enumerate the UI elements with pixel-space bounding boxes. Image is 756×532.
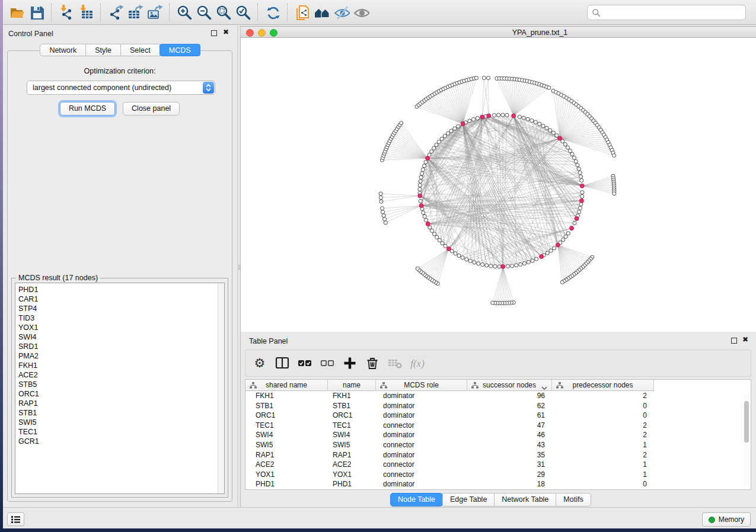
import-table-button[interactable] bbox=[76, 2, 95, 23]
table-row[interactable]: PHD1PHD1dominator180 bbox=[245, 479, 751, 489]
optimization-criterion-label: Optimization criterion: bbox=[8, 67, 232, 75]
tab-node-table[interactable]: Node Table bbox=[390, 493, 443, 507]
mcds-result-item[interactable]: CAR1 bbox=[15, 294, 224, 304]
cell-successor-nodes: 35 bbox=[467, 450, 552, 460]
mcds-result-item[interactable]: TID3 bbox=[15, 313, 224, 323]
mcds-result-item[interactable]: SWI4 bbox=[15, 332, 224, 342]
table-row[interactable]: RAP1RAP1dominator352 bbox=[245, 450, 751, 460]
import-network-icon bbox=[58, 4, 75, 21]
mcds-result-item[interactable]: ORC1 bbox=[15, 389, 224, 399]
divider-grip[interactable] bbox=[238, 265, 240, 270]
node-table[interactable]: shared namenameMCDS rolesuccessor nodesp… bbox=[245, 379, 751, 490]
show-panel-eye-button[interactable] bbox=[351, 2, 371, 23]
mcds-result-item[interactable]: SRD1 bbox=[15, 342, 224, 351]
mcds-result-item[interactable]: STP4 bbox=[15, 304, 224, 313]
table-scrollbar[interactable] bbox=[744, 393, 749, 488]
export-image-button[interactable] bbox=[145, 2, 164, 23]
search-input[interactable] bbox=[604, 7, 745, 18]
tab-network-table[interactable]: Network Table bbox=[494, 493, 556, 507]
select-all-button[interactable] bbox=[295, 354, 314, 373]
save-session-button[interactable] bbox=[27, 2, 46, 23]
table-settings-button[interactable]: ⚙ bbox=[250, 354, 269, 373]
table-scrollbar-thumb[interactable] bbox=[744, 401, 749, 443]
task-history-button[interactable] bbox=[7, 512, 24, 526]
function-builder-button[interactable]: f(x) bbox=[408, 354, 426, 373]
zoom-in-button[interactable] bbox=[174, 2, 194, 23]
open-file-button[interactable] bbox=[7, 2, 27, 23]
mcds-result-item[interactable]: YOX1 bbox=[15, 323, 224, 332]
control-panel-tabs: NetworkStyleSelectMCDS bbox=[3, 44, 237, 56]
export-table-button[interactable] bbox=[125, 2, 145, 23]
network-view-canvas[interactable] bbox=[241, 38, 756, 332]
mcds-result-item[interactable]: PHD1 bbox=[15, 285, 224, 294]
column-header-predecessor-nodes[interactable]: predecessor nodes bbox=[552, 380, 654, 390]
mcds-result-item[interactable]: ACE2 bbox=[15, 370, 224, 380]
share-document-button[interactable] bbox=[292, 2, 312, 23]
tab-edge-table[interactable]: Edge Table bbox=[442, 493, 495, 507]
run-mcds-button[interactable]: Run MCDS bbox=[60, 102, 115, 116]
cell-name: STB1 bbox=[328, 401, 376, 411]
network-window-titlebar[interactable]: YPA_prune.txt_1 bbox=[241, 26, 756, 38]
search-box[interactable] bbox=[587, 5, 746, 20]
cell-successor-nodes: 18 bbox=[467, 479, 552, 489]
column-header-MCDS-role[interactable]: MCDS role bbox=[376, 380, 467, 390]
table-row[interactable]: STB1STB1dominator620 bbox=[245, 401, 751, 411]
close-window-icon[interactable] bbox=[246, 29, 254, 37]
add-column-button[interactable] bbox=[340, 354, 359, 373]
mcds-list-scrollbar[interactable] bbox=[218, 283, 224, 493]
close-panel-button[interactable]: Close panel bbox=[123, 102, 180, 116]
hide-panel-eye-button[interactable] bbox=[331, 2, 351, 23]
zoom-selected-button[interactable] bbox=[233, 2, 253, 23]
mcds-result-item[interactable]: GCR1 bbox=[15, 437, 224, 446]
close-table-panel-icon[interactable]: ✖ bbox=[742, 335, 748, 344]
mcds-result-item[interactable]: SWI5 bbox=[15, 418, 224, 427]
table-row[interactable]: SWI4SWI4dominator462 bbox=[245, 430, 751, 440]
share-document-icon bbox=[294, 4, 311, 21]
column-header-shared-name[interactable]: shared name bbox=[245, 380, 328, 390]
networks-home-button[interactable] bbox=[312, 2, 331, 23]
tab-select[interactable]: Select bbox=[120, 44, 160, 56]
minimize-window-icon[interactable] bbox=[258, 29, 266, 37]
mcds-result-item[interactable]: PMA2 bbox=[15, 351, 224, 361]
zoom-fit-button[interactable] bbox=[213, 2, 233, 23]
cell-predecessor-nodes: 2 bbox=[552, 430, 654, 440]
table-row[interactable]: ORC1ORC1dominator610 bbox=[245, 411, 751, 421]
refresh-view-button[interactable] bbox=[263, 2, 282, 23]
control-panel: Control Panel ✖ NetworkStyleSelectMCDS O… bbox=[3, 25, 237, 507]
optimization-criterion-select[interactable]: largest connected component (undirected) bbox=[27, 81, 215, 95]
network-graph[interactable] bbox=[241, 38, 756, 332]
mcds-result-item[interactable]: STB5 bbox=[15, 380, 224, 389]
tab-mcds[interactable]: MCDS bbox=[160, 44, 200, 56]
table-row[interactable]: TEC1TEC1connector472 bbox=[245, 421, 751, 431]
mcds-result-list[interactable]: PHD1CAR1STP4TID3YOX1SWI4SRD1PMA2FKH1ACE2… bbox=[15, 283, 225, 494]
add-column-icon bbox=[342, 355, 358, 371]
mcds-result-item[interactable]: FKH1 bbox=[15, 361, 224, 370]
cell-name: ACE2 bbox=[328, 460, 376, 470]
table-row[interactable]: FKH1FKH1dominator962 bbox=[245, 391, 751, 401]
maximize-window-icon[interactable] bbox=[270, 29, 277, 37]
export-network-button[interactable] bbox=[106, 2, 125, 23]
mcds-result-item[interactable]: RAP1 bbox=[15, 399, 224, 408]
column-header-successor-nodes[interactable]: successor nodes bbox=[467, 380, 552, 390]
deselect-all-button[interactable] bbox=[318, 354, 336, 373]
svg-text:⚙: ⚙ bbox=[254, 356, 265, 370]
delete-table-button[interactable] bbox=[385, 354, 404, 373]
tab-style[interactable]: Style bbox=[85, 44, 121, 56]
table-row[interactable]: SWI5SWI5connector431 bbox=[245, 440, 751, 450]
column-header-name[interactable]: name bbox=[328, 380, 376, 390]
mcds-result-item[interactable]: TEC1 bbox=[15, 427, 224, 437]
memory-button[interactable]: Memory bbox=[702, 512, 751, 527]
zoom-out-button[interactable] bbox=[194, 2, 213, 23]
close-panel-icon[interactable]: ✖ bbox=[223, 28, 229, 36]
import-network-button[interactable] bbox=[56, 2, 76, 23]
cell-MCDS-role: dominator bbox=[376, 450, 467, 460]
tab-motifs[interactable]: Motifs bbox=[556, 493, 591, 507]
split-panel-button[interactable] bbox=[273, 354, 291, 373]
tab-network[interactable]: Network bbox=[40, 44, 86, 56]
table-row[interactable]: ACE2ACE2connector311 bbox=[245, 460, 751, 470]
mcds-result-item[interactable]: STB1 bbox=[15, 408, 224, 418]
float-panel-icon[interactable] bbox=[211, 30, 217, 36]
delete-column-button[interactable] bbox=[363, 354, 381, 373]
float-table-panel-icon[interactable] bbox=[731, 338, 737, 344]
table-row[interactable]: YOX1YOX1connector291 bbox=[245, 470, 751, 480]
